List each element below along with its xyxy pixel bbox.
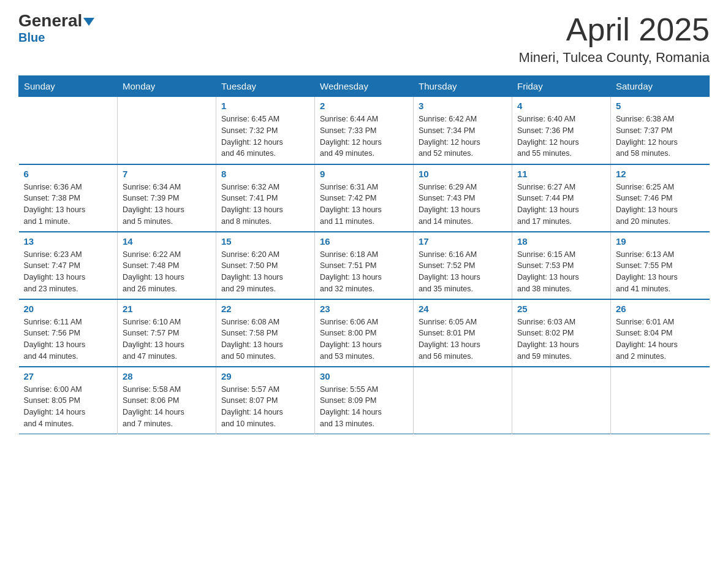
weekday-header-row: Sunday Monday Tuesday Wednesday Thursday… xyxy=(19,76,710,97)
day-info: Sunrise: 6:11 AMSunset: 7:56 PMDaylight:… xyxy=(24,316,113,362)
day-number: 26 xyxy=(616,304,705,314)
calendar-cell: 27Sunrise: 6:00 AMSunset: 8:05 PMDayligh… xyxy=(19,367,118,434)
day-number: 13 xyxy=(24,236,113,247)
day-number: 30 xyxy=(320,371,408,381)
logo-area: General Blue xyxy=(18,12,94,45)
day-info: Sunrise: 6:29 AMSunset: 7:43 PMDaylight:… xyxy=(419,182,507,228)
calendar-cell: 9Sunrise: 6:31 AMSunset: 7:42 PMDaylight… xyxy=(315,164,414,232)
header: General Blue April 2025 Mineri, Tulcea C… xyxy=(18,12,710,66)
calendar-cell: 12Sunrise: 6:25 AMSunset: 7:46 PMDayligh… xyxy=(611,164,710,232)
day-info: Sunrise: 6:45 AMSunset: 7:32 PMDaylight:… xyxy=(221,113,309,159)
calendar-cell: 25Sunrise: 6:03 AMSunset: 8:02 PMDayligh… xyxy=(512,299,611,367)
day-number: 28 xyxy=(123,371,211,381)
day-number: 17 xyxy=(419,236,507,247)
calendar-cell: 14Sunrise: 6:22 AMSunset: 7:48 PMDayligh… xyxy=(118,232,216,299)
calendar-cell: 7Sunrise: 6:34 AMSunset: 7:39 PMDaylight… xyxy=(118,164,216,232)
calendar-cell: 15Sunrise: 6:20 AMSunset: 7:50 PMDayligh… xyxy=(216,232,315,299)
logo-general: General xyxy=(18,11,82,30)
calendar-cell xyxy=(414,367,512,434)
day-number: 18 xyxy=(517,236,605,247)
day-info: Sunrise: 6:20 AMSunset: 7:50 PMDaylight:… xyxy=(221,249,309,295)
calendar-cell: 3Sunrise: 6:42 AMSunset: 7:34 PMDaylight… xyxy=(414,97,512,164)
day-info: Sunrise: 5:57 AMSunset: 8:07 PMDaylight:… xyxy=(221,384,309,430)
calendar-cell: 11Sunrise: 6:27 AMSunset: 7:44 PMDayligh… xyxy=(512,164,611,232)
day-info: Sunrise: 6:38 AMSunset: 7:37 PMDaylight:… xyxy=(616,113,705,159)
day-info: Sunrise: 6:00 AMSunset: 8:05 PMDaylight:… xyxy=(24,384,113,430)
day-number: 9 xyxy=(320,169,408,179)
calendar-cell: 30Sunrise: 5:55 AMSunset: 8:09 PMDayligh… xyxy=(315,367,414,434)
calendar-cell: 28Sunrise: 5:58 AMSunset: 8:06 PMDayligh… xyxy=(118,367,216,434)
day-number: 6 xyxy=(24,169,113,179)
day-number: 1 xyxy=(221,101,309,111)
day-info: Sunrise: 6:31 AMSunset: 7:42 PMDaylight:… xyxy=(320,182,408,228)
day-number: 8 xyxy=(221,169,309,179)
calendar-cell: 8Sunrise: 6:32 AMSunset: 7:41 PMDaylight… xyxy=(216,164,315,232)
day-info: Sunrise: 6:06 AMSunset: 8:00 PMDaylight:… xyxy=(320,316,408,362)
calendar-cell: 1Sunrise: 6:45 AMSunset: 7:32 PMDaylight… xyxy=(216,97,315,164)
day-number: 5 xyxy=(616,101,705,111)
day-number: 10 xyxy=(419,169,507,179)
day-info: Sunrise: 6:23 AMSunset: 7:47 PMDaylight:… xyxy=(24,249,113,295)
day-number: 22 xyxy=(221,304,309,314)
day-info: Sunrise: 5:58 AMSunset: 8:06 PMDaylight:… xyxy=(123,384,211,430)
logo-blue: Blue xyxy=(18,31,94,45)
day-info: Sunrise: 5:55 AMSunset: 8:09 PMDaylight:… xyxy=(320,384,408,430)
day-number: 27 xyxy=(24,371,113,381)
day-info: Sunrise: 6:36 AMSunset: 7:38 PMDaylight:… xyxy=(24,182,113,228)
calendar-cell: 13Sunrise: 6:23 AMSunset: 7:47 PMDayligh… xyxy=(19,232,118,299)
header-tuesday: Tuesday xyxy=(216,76,315,97)
day-number: 21 xyxy=(123,304,211,314)
header-saturday: Saturday xyxy=(611,76,710,97)
logo-triangle-icon xyxy=(83,18,94,26)
calendar-cell xyxy=(19,97,118,164)
header-monday: Monday xyxy=(118,76,216,97)
day-number: 20 xyxy=(24,304,113,314)
day-number: 12 xyxy=(616,169,705,179)
header-sunday: Sunday xyxy=(19,76,118,97)
calendar-cell xyxy=(611,367,710,434)
day-info: Sunrise: 6:27 AMSunset: 7:44 PMDaylight:… xyxy=(517,182,605,228)
day-info: Sunrise: 6:34 AMSunset: 7:39 PMDaylight:… xyxy=(123,182,211,228)
calendar-title: April 2025 xyxy=(519,12,710,47)
calendar-cell: 16Sunrise: 6:18 AMSunset: 7:51 PMDayligh… xyxy=(315,232,414,299)
calendar-cell: 2Sunrise: 6:44 AMSunset: 7:33 PMDaylight… xyxy=(315,97,414,164)
calendar-cell: 23Sunrise: 6:06 AMSunset: 8:00 PMDayligh… xyxy=(315,299,414,367)
day-info: Sunrise: 6:15 AMSunset: 7:53 PMDaylight:… xyxy=(517,249,605,295)
day-number: 15 xyxy=(221,236,309,247)
day-number: 24 xyxy=(419,304,507,314)
calendar-cell: 18Sunrise: 6:15 AMSunset: 7:53 PMDayligh… xyxy=(512,232,611,299)
day-number: 23 xyxy=(320,304,408,314)
calendar-cell: 10Sunrise: 6:29 AMSunset: 7:43 PMDayligh… xyxy=(414,164,512,232)
day-info: Sunrise: 6:25 AMSunset: 7:46 PMDaylight:… xyxy=(616,182,705,228)
calendar-cell: 21Sunrise: 6:10 AMSunset: 7:57 PMDayligh… xyxy=(118,299,216,367)
calendar-cell: 19Sunrise: 6:13 AMSunset: 7:55 PMDayligh… xyxy=(611,232,710,299)
calendar-cell: 26Sunrise: 6:01 AMSunset: 8:04 PMDayligh… xyxy=(611,299,710,367)
day-info: Sunrise: 6:32 AMSunset: 7:41 PMDaylight:… xyxy=(221,182,309,228)
day-info: Sunrise: 6:40 AMSunset: 7:36 PMDaylight:… xyxy=(517,113,605,159)
day-info: Sunrise: 6:08 AMSunset: 7:58 PMDaylight:… xyxy=(221,316,309,362)
day-number: 19 xyxy=(616,236,705,247)
day-number: 25 xyxy=(517,304,605,314)
day-info: Sunrise: 6:42 AMSunset: 7:34 PMDaylight:… xyxy=(419,113,507,159)
calendar-cell xyxy=(512,367,611,434)
calendar-cell: 6Sunrise: 6:36 AMSunset: 7:38 PMDaylight… xyxy=(19,164,118,232)
day-info: Sunrise: 6:16 AMSunset: 7:52 PMDaylight:… xyxy=(419,249,507,295)
day-number: 3 xyxy=(419,101,507,111)
day-number: 2 xyxy=(320,101,408,111)
calendar-cell: 22Sunrise: 6:08 AMSunset: 7:58 PMDayligh… xyxy=(216,299,315,367)
logo: General Blue xyxy=(18,12,94,45)
day-number: 14 xyxy=(123,236,211,247)
calendar-week-4: 20Sunrise: 6:11 AMSunset: 7:56 PMDayligh… xyxy=(19,299,710,367)
day-number: 29 xyxy=(221,371,309,381)
day-info: Sunrise: 6:22 AMSunset: 7:48 PMDaylight:… xyxy=(123,249,211,295)
day-info: Sunrise: 6:44 AMSunset: 7:33 PMDaylight:… xyxy=(320,113,408,159)
day-info: Sunrise: 6:18 AMSunset: 7:51 PMDaylight:… xyxy=(320,249,408,295)
calendar-subtitle: Mineri, Tulcea County, Romania xyxy=(519,50,710,66)
calendar-week-1: 1Sunrise: 6:45 AMSunset: 7:32 PMDaylight… xyxy=(19,97,710,164)
header-friday: Friday xyxy=(512,76,611,97)
day-info: Sunrise: 6:01 AMSunset: 8:04 PMDaylight:… xyxy=(616,316,705,362)
day-number: 7 xyxy=(123,169,211,179)
calendar-week-5: 27Sunrise: 6:00 AMSunset: 8:05 PMDayligh… xyxy=(19,367,710,434)
calendar-cell: 24Sunrise: 6:05 AMSunset: 8:01 PMDayligh… xyxy=(414,299,512,367)
title-area: April 2025 Mineri, Tulcea County, Romani… xyxy=(519,12,710,66)
